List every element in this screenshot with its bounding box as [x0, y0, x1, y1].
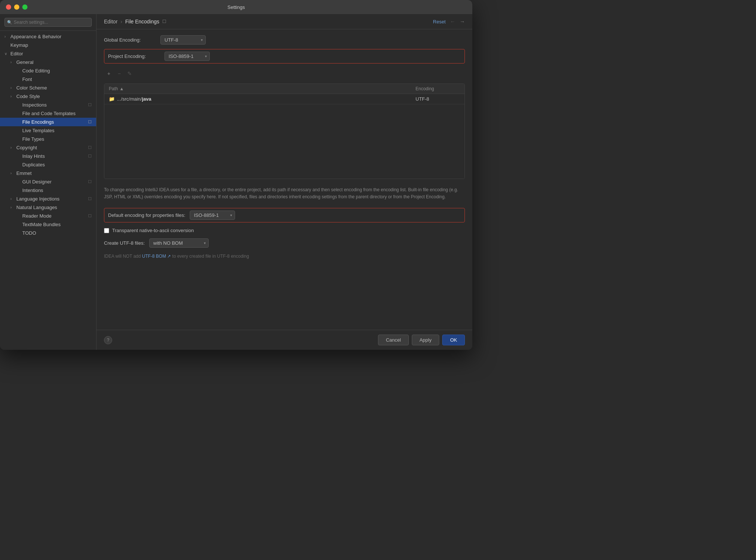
- cell-path: 📁 .../src/main/java: [109, 96, 416, 102]
- sidebar-item-language-injections[interactable]: › Language Injections ☐: [0, 195, 96, 203]
- sidebar-item-reader-mode[interactable]: Reader Mode ☐: [0, 212, 96, 220]
- sidebar-item-label: Appearance & Behavior: [10, 34, 61, 39]
- create-utf8-row: Create UTF-8 files: with NO BOM with BOM…: [104, 238, 465, 248]
- close-button[interactable]: [6, 4, 11, 10]
- project-encoding-select-wrapper: ISO-8859-1 UTF-8 Windows-1252 UTF-16 ▾: [164, 52, 210, 61]
- sidebar-item-natural-languages[interactable]: › Natural Languages: [0, 203, 96, 212]
- sidebar-item-editor[interactable]: ∨ Editor: [0, 49, 96, 58]
- forward-button[interactable]: →: [460, 19, 465, 25]
- sidebar-item-label: File and Code Templates: [22, 111, 76, 116]
- sidebar-item-duplicates[interactable]: Duplicates: [0, 160, 96, 169]
- transparent-checkbox[interactable]: [104, 228, 109, 233]
- sidebar-item-label: File Types: [22, 136, 44, 142]
- sidebar-item-intentions[interactable]: Intentions: [0, 186, 96, 195]
- sidebar-item-label: Duplicates: [22, 162, 45, 167]
- sidebar-item-label: Natural Languages: [16, 205, 57, 210]
- sidebar-item-appearance-behavior[interactable]: › Appearance & Behavior: [0, 32, 96, 41]
- header-actions: Reset ← →: [433, 19, 465, 25]
- encoding-header-label: Encoding: [416, 86, 434, 91]
- title-bar: Settings: [0, 0, 472, 14]
- idea-note: IDEA will NOT add UTF-8 BOM ↗ to every c…: [104, 252, 465, 260]
- badge-icon: ☐: [88, 196, 92, 201]
- sidebar-item-label: Keymap: [10, 42, 28, 48]
- file-toolbar: + − ✎: [104, 68, 465, 79]
- breadcrumb-separator: ›: [121, 19, 123, 25]
- nav-tree: › Appearance & Behavior Keymap ∨ Editor …: [0, 31, 96, 350]
- add-button[interactable]: +: [104, 69, 114, 78]
- edit-button[interactable]: ✎: [125, 69, 134, 78]
- badge-icon: ☐: [88, 214, 92, 218]
- create-utf8-select[interactable]: with NO BOM with BOM: [149, 238, 209, 248]
- badge-icon: ☐: [88, 179, 92, 184]
- sidebar-item-keymap[interactable]: Keymap: [0, 41, 96, 49]
- arrow-icon: ›: [4, 35, 9, 39]
- maximize-button[interactable]: [22, 4, 27, 10]
- sidebar-item-file-code-templates[interactable]: File and Code Templates: [0, 109, 96, 118]
- sidebar-item-color-scheme[interactable]: › Color Scheme: [0, 84, 96, 92]
- footer: ? Cancel Apply OK: [97, 330, 472, 350]
- badge-icon: ☐: [88, 145, 92, 150]
- sidebar-item-emmet[interactable]: › Emmet: [0, 169, 96, 178]
- table-row[interactable]: 📁 .../src/main/java UTF-8: [104, 94, 465, 104]
- sidebar-item-label: Intentions: [22, 188, 43, 193]
- sidebar-item-inspections[interactable]: Inspections ☐: [0, 101, 96, 109]
- sidebar-item-gui-designer[interactable]: GUI Designer ☐: [0, 178, 96, 186]
- breadcrumb-editor: Editor: [104, 19, 118, 25]
- sidebar-item-inlay-hints[interactable]: Inlay Hints ☐: [0, 152, 96, 160]
- path-header: Path ▲: [109, 86, 416, 91]
- sidebar-item-code-editing[interactable]: Code Editing: [0, 66, 96, 75]
- arrow-icon: ›: [10, 86, 15, 90]
- sort-icon: ▲: [120, 86, 124, 91]
- sidebar-item-code-style[interactable]: › Code Style: [0, 92, 96, 101]
- sidebar-item-label: Color Scheme: [16, 85, 47, 91]
- ok-button[interactable]: OK: [442, 335, 465, 345]
- arrow-icon: ›: [10, 197, 15, 201]
- file-encodings-table: Path ▲ Encoding 📁 .../src/main/java UTF-…: [104, 84, 465, 179]
- cell-encoding: UTF-8: [416, 96, 460, 102]
- global-encoding-label: Global Encoding:: [104, 37, 156, 43]
- arrow-icon: ›: [10, 146, 15, 150]
- badge-icon: ☐: [88, 120, 92, 124]
- sidebar-item-file-encodings[interactable]: File Encodings ☐: [0, 118, 96, 126]
- sidebar-item-general[interactable]: › General: [0, 58, 96, 66]
- arrow-icon: ›: [10, 171, 15, 175]
- global-encoding-select[interactable]: UTF-8 ISO-8859-1 Windows-1252 UTF-16: [160, 35, 206, 45]
- sidebar-item-label: Code Editing: [22, 68, 50, 74]
- remove-button[interactable]: −: [114, 69, 124, 78]
- cancel-button[interactable]: Cancel: [378, 335, 408, 345]
- sidebar-item-file-types[interactable]: File Types: [0, 135, 96, 143]
- minimize-button[interactable]: [14, 4, 19, 10]
- apply-button[interactable]: Apply: [412, 335, 440, 345]
- badge-icon: ☐: [88, 154, 92, 159]
- sidebar-item-label: Reader Mode: [22, 213, 52, 219]
- sidebar-item-label: Inlay Hints: [22, 153, 45, 159]
- encoding-header: Encoding: [416, 86, 460, 91]
- sidebar-item-copyright[interactable]: › Copyright ☐: [0, 143, 96, 152]
- search-input[interactable]: [4, 18, 92, 27]
- sidebar-item-label: Inspections: [22, 102, 47, 108]
- sidebar-item-live-templates[interactable]: Live Templates: [0, 126, 96, 135]
- breadcrumb-icon: ☐: [162, 19, 166, 24]
- sidebar-item-todo[interactable]: TODO: [0, 229, 96, 237]
- content-header: Editor › File Encodings ☐ Reset ← →: [97, 14, 472, 29]
- back-button[interactable]: ←: [450, 19, 455, 25]
- help-button[interactable]: ?: [104, 336, 112, 344]
- badge-icon: ☐: [88, 102, 92, 107]
- sidebar-item-textmate-bundles[interactable]: TextMate Bundles: [0, 220, 96, 229]
- table-empty-area: [104, 104, 465, 179]
- global-encoding-row: Global Encoding: UTF-8 ISO-8859-1 Window…: [104, 35, 465, 45]
- sidebar-item-label: Live Templates: [22, 128, 54, 133]
- utf8-bom-link[interactable]: UTF-8 BOM ↗: [142, 254, 171, 259]
- sidebar-item-font[interactable]: Font: [0, 75, 96, 84]
- arrow-icon: ›: [10, 60, 15, 64]
- sidebar-item-label: TODO: [22, 230, 36, 236]
- sidebar-item-label: TextMate Bundles: [22, 222, 61, 227]
- project-encoding-select[interactable]: ISO-8859-1 UTF-8 Windows-1252 UTF-16: [164, 52, 210, 61]
- content-panel: Editor › File Encodings ☐ Reset ← → Glob…: [97, 14, 472, 350]
- project-encoding-label: Project Encoding:: [108, 53, 160, 59]
- arrow-icon: ›: [10, 205, 15, 209]
- reset-button[interactable]: Reset: [433, 19, 446, 25]
- sidebar-item-label: GUI Designer: [22, 179, 52, 185]
- sidebar-item-label: Font: [22, 76, 32, 82]
- default-encoding-select[interactable]: ISO-8859-1 UTF-8 Windows-1252: [190, 211, 235, 220]
